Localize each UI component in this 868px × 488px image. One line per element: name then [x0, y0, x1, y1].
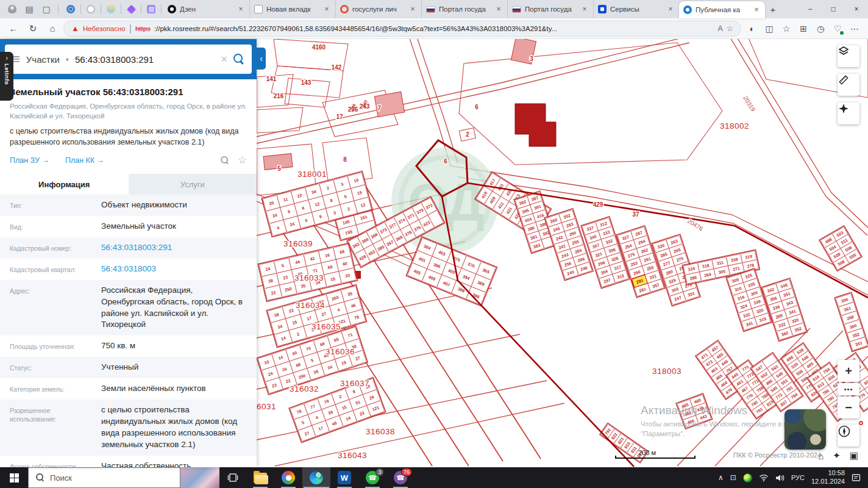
explorer-taskbar-button[interactable]: [246, 467, 274, 488]
favorite-star-icon[interactable]: ☆: [727, 24, 733, 33]
quarter-number-label[interactable]: 316033: [294, 273, 324, 282]
tab-services[interactable]: Услуги: [129, 174, 257, 195]
chevron-down-icon[interactable]: ▾: [66, 56, 69, 63]
plan-kk-link[interactable]: План КК →: [65, 156, 104, 165]
tab-close-icon[interactable]: ×: [666, 5, 675, 13]
quarter-number-label[interactable]: 316037: [340, 379, 369, 388]
tab-close-icon[interactable]: ×: [408, 5, 417, 13]
close-button[interactable]: ×: [845, 0, 868, 18]
address-bar[interactable]: ▲ Небезопасно | https ://pkk.rosreestr.r…: [63, 21, 741, 37]
browser-tab[interactable]: Портал госуда×: [507, 0, 593, 18]
restore-button[interactable]: □: [822, 0, 845, 18]
edge-taskbar-button[interactable]: [302, 467, 330, 488]
quarter-number-label[interactable]: 316034: [296, 301, 325, 310]
split-screen-icon[interactable]: ◫: [761, 20, 778, 37]
browser-tab[interactable]: Портал госуда×: [421, 0, 507, 18]
tab-close-icon[interactable]: ×: [237, 5, 245, 13]
compass-button[interactable]: [838, 425, 859, 447]
attribute-value-link[interactable]: 56:43:0318003: [101, 264, 156, 275]
quarter-number-label[interactable]: 318001: [297, 170, 327, 179]
bookmark-star-icon[interactable]: ☆: [238, 154, 247, 167]
tray-chevron-icon[interactable]: ∧: [718, 473, 724, 482]
pinned-tab[interactable]: [123, 1, 139, 17]
cast-display-icon[interactable]: ⊡: [730, 473, 736, 482]
read-aloud-icon[interactable]: A: [717, 24, 722, 33]
language-indicator[interactable]: РУС: [791, 474, 805, 481]
fullscreen-map-icon[interactable]: ▣: [850, 450, 858, 461]
browser-tab[interactable]: Сервисы×: [593, 0, 679, 18]
task-view-button[interactable]: [219, 467, 246, 488]
viber-taskbar-button[interactable]: ☎76: [386, 467, 414, 488]
tab-close-icon[interactable]: ×: [494, 5, 503, 13]
tab-close-icon[interactable]: ×: [580, 5, 589, 13]
my-location-icon[interactable]: ✦: [833, 450, 841, 461]
browser-tab[interactable]: Публичная ка×: [679, 1, 765, 18]
pinned-tab[interactable]: [83, 1, 99, 17]
sber-tray-icon[interactable]: [743, 473, 752, 483]
collapse-panel-button[interactable]: ‹: [257, 48, 266, 70]
zoom-out-button[interactable]: −: [838, 396, 859, 418]
zoom-to-parcel-icon[interactable]: [221, 156, 229, 165]
settings-menu-icon[interactable]: ⋯: [846, 20, 863, 37]
collections-icon[interactable]: ⊞: [795, 20, 812, 37]
browser-tab[interactable]: Новая вкладк×: [249, 0, 335, 18]
attribute-value-link[interactable]: 56:43:0318003:291: [101, 242, 172, 254]
history-icon[interactable]: ◷: [812, 20, 829, 37]
browser-tab[interactable]: госуслуги лич×: [335, 0, 421, 18]
quarter-number-label[interactable]: 316031: [257, 402, 276, 411]
parcel-cluster[interactable]: 485460482438466443: [676, 393, 713, 429]
notification-center-icon[interactable]: [852, 473, 861, 482]
tab-close-icon[interactable]: ×: [752, 5, 761, 14]
pinned-tab[interactable]: [103, 1, 119, 17]
new-tab-button[interactable]: +: [765, 1, 781, 17]
locate-button[interactable]: [838, 102, 859, 124]
extension-icon[interactable]: ◐: [744, 20, 761, 37]
reload-button[interactable]: ↻: [24, 20, 41, 37]
measure-button[interactable]: [838, 74, 859, 96]
word-taskbar-button[interactable]: W: [330, 467, 358, 488]
tab-information[interactable]: Информация: [0, 174, 129, 195]
home-button[interactable]: ⌂: [44, 20, 61, 37]
tab-close-icon[interactable]: ×: [322, 5, 331, 13]
browser-tab[interactable]: Дзен×: [163, 0, 249, 18]
plan-zu-link[interactable]: План ЗУ →: [10, 156, 49, 165]
volume-icon[interactable]: [775, 474, 784, 482]
whatsapp-taskbar-button[interactable]: ☎3: [358, 467, 386, 488]
more-tools-button[interactable]: •••: [838, 383, 859, 395]
pinned-tab[interactable]: [143, 1, 159, 17]
tab-actions-icon[interactable]: ▢: [39, 2, 54, 16]
quarter-number-label[interactable]: 316038: [366, 427, 395, 436]
quarter-number-label[interactable]: 316043: [338, 451, 367, 460]
parcel-cluster[interactable]: 300361268360352351: [834, 292, 868, 351]
quarter-number-label[interactable]: 316039: [283, 239, 313, 248]
profile-icon[interactable]: [5, 2, 20, 16]
clock[interactable]: 10:58 12.01.2024: [811, 469, 845, 486]
photos-taskbar-button[interactable]: [274, 467, 302, 488]
search-category-select[interactable]: Участки: [26, 54, 60, 65]
browser-essentials-icon[interactable]: ♡: [829, 20, 846, 37]
parcel-cluster[interactable]: 499503504511509506508505: [819, 226, 862, 271]
letinfo-side-tab[interactable]: › LetInfo: [0, 52, 13, 101]
start-button[interactable]: [0, 467, 28, 488]
pinned-tab[interactable]: [63, 1, 79, 17]
back-button[interactable]: ←: [5, 20, 22, 37]
search-input[interactable]: [75, 54, 215, 65]
quarter-number-label[interactable]: 318003: [652, 367, 681, 376]
quarter-number-label[interactable]: 316035: [311, 322, 341, 331]
zoom-in-button[interactable]: +: [838, 360, 859, 382]
clear-search-icon[interactable]: ×: [221, 52, 227, 66]
taskbar-search[interactable]: Поиск: [28, 467, 180, 488]
quarter-number-label[interactable]: 316032: [290, 384, 319, 393]
basemap-thumbnail[interactable]: [784, 409, 826, 450]
home-view-icon[interactable]: ⌂: [818, 451, 824, 461]
layers-button[interactable]: [838, 45, 859, 67]
widgets-weather-button[interactable]: [180, 467, 219, 488]
search-icon[interactable]: [233, 54, 244, 65]
parcel-cluster[interactable]: 342348356351336343289341332320362352: [761, 278, 807, 342]
favorites-icon[interactable]: ☆: [778, 20, 795, 37]
wifi-icon[interactable]: [759, 474, 769, 481]
quarter-number-label[interactable]: 316036: [326, 347, 355, 356]
minimize-button[interactable]: −: [799, 0, 822, 18]
cadastral-map[interactable]: ОД14515115536336636837337737437137937242…: [257, 39, 868, 467]
quarter-number-label[interactable]: 318002: [720, 121, 749, 131]
